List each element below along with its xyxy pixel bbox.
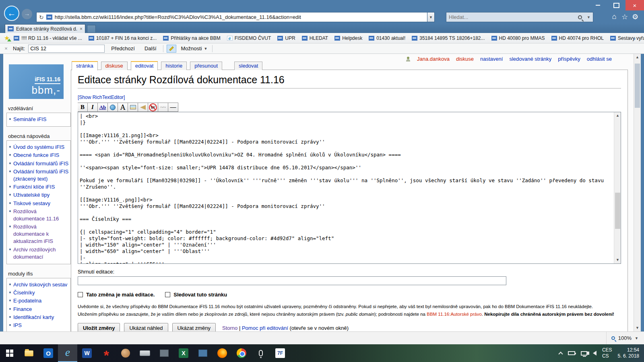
- find-options-button[interactable]: Možnosti ▼: [180, 45, 209, 52]
- blue-app-icon[interactable]: [193, 344, 213, 362]
- bold-icon[interactable]: B: [78, 103, 88, 112]
- zoom-control[interactable]: 100% ▼: [606, 332, 638, 344]
- editing-help-link[interactable]: Pomoc při editování: [242, 325, 288, 331]
- diff-button[interactable]: Ukázat změny: [172, 323, 216, 332]
- scroll-down-icon[interactable]: ▼: [634, 325, 641, 331]
- wikitext-editor[interactable]: | <br> |} [[Image:V1116_21.png]]<br> '''…: [78, 112, 621, 264]
- cancel-link[interactable]: Storno: [222, 325, 237, 331]
- outlook-icon[interactable]: O: [39, 344, 58, 362]
- search-input[interactable]: [449, 14, 578, 20]
- favorite-link[interactable]: HLEDAT: [302, 35, 328, 41]
- wiki-tab[interactable]: diskuse: [101, 62, 128, 70]
- sidebar-item[interactable]: Tiskové sestavy: [9, 200, 69, 207]
- user-menu-link[interactable]: sledované stránky: [509, 56, 551, 62]
- wiki-tab[interactable]: přesunout: [190, 62, 222, 70]
- copyright-link[interactable]: BBM 11.16:Autorské právo: [427, 312, 482, 317]
- file-explorer-icon[interactable]: [19, 344, 39, 362]
- favorite-link[interactable]: !!!! RD 11.16 - vkládat vše ...: [14, 35, 82, 41]
- user-menu-link[interactable]: příspěvky: [558, 56, 580, 62]
- find-next-button[interactable]: Další: [141, 45, 160, 52]
- sidebar-item[interactable]: Archiv tiskových sestav: [9, 281, 69, 288]
- sidebar-item[interactable]: Archiv rozdílových dokumentací: [9, 246, 69, 261]
- show-richtexteditor-link[interactable]: [Show RichTextEditor]: [78, 95, 125, 100]
- external-link-icon[interactable]: [108, 103, 118, 112]
- sidebar-item[interactable]: Uživatelské tipy: [9, 191, 69, 199]
- sidebar-item[interactable]: Rozdílová dokumentace 11.16: [9, 208, 69, 222]
- scroll-up-icon[interactable]: ▲: [634, 54, 641, 61]
- sidebar-item[interactable]: Obecné funkce iFIS: [9, 152, 69, 159]
- address-bar[interactable]: ↻: [36, 12, 427, 22]
- horizontal-line-icon[interactable]: —: [168, 103, 178, 112]
- user-menu-link[interactable]: Jana.dankova: [417, 56, 450, 62]
- sidebar-item[interactable]: Rozdílová dokumentace k aktualizacím iFI…: [9, 223, 69, 245]
- favorite-link[interactable]: Přihlášky na akce BBM: [163, 35, 220, 41]
- scroll-down-icon[interactable]: ▼: [614, 257, 621, 263]
- start-button[interactable]: [0, 344, 19, 362]
- microphone-app-icon[interactable]: [251, 344, 270, 362]
- word-icon[interactable]: W: [77, 344, 97, 362]
- page-scrollbar[interactable]: ▲ ▼: [634, 54, 641, 331]
- scrollbar-thumb[interactable]: [635, 64, 640, 108]
- watch-page-checkbox[interactable]: [165, 292, 170, 297]
- forward-button[interactable]: →: [22, 9, 32, 19]
- tray-expand-icon[interactable]: [558, 352, 563, 356]
- minor-edit-checkbox[interactable]: [78, 292, 83, 297]
- wiki-tab[interactable]: sledovat: [234, 62, 262, 70]
- browser-tab[interactable]: Editace stránky Rozdílová d... ×: [5, 24, 85, 33]
- sidebar-item[interactable]: E-podatelna: [9, 297, 69, 304]
- favorite-link[interactable]: HD 40080 pro MMAS: [491, 35, 545, 41]
- sidebar-item[interactable]: Identifikační karty: [9, 314, 69, 321]
- search-box[interactable]: ▼: [446, 12, 593, 22]
- nowiki-icon[interactable]: W: [148, 103, 158, 112]
- embedded-image-icon[interactable]: [128, 103, 138, 112]
- language-indicator[interactable]: CES CS: [602, 347, 612, 359]
- save-button[interactable]: Uložit změny: [78, 323, 120, 332]
- favorite-link[interactable]: 35184 14895 TS 18206+182...: [412, 35, 485, 41]
- sidebar-item[interactable]: Semináře iFIS: [9, 116, 69, 123]
- find-input[interactable]: [28, 45, 105, 53]
- 7f-app-icon[interactable]: 7F: [270, 344, 290, 362]
- wiki-tab[interactable]: stránka: [72, 61, 98, 70]
- paint-app-icon[interactable]: [116, 344, 135, 362]
- favorite-link[interactable]: FISDEMO ČVUT: [227, 35, 271, 41]
- italic-icon[interactable]: I: [88, 103, 98, 112]
- home-icon[interactable]: ⌂: [609, 12, 619, 21]
- search-dropdown-icon[interactable]: ▼: [587, 15, 590, 19]
- favorite-link[interactable]: 10187 + FIN 16 na konci z...: [89, 35, 157, 41]
- volume-icon[interactable]: [593, 351, 597, 356]
- signature-icon[interactable]: ~~: [158, 103, 168, 112]
- scrollbar-thumb[interactable]: [615, 193, 620, 229]
- media-file-icon[interactable]: [138, 103, 148, 112]
- refresh-icon[interactable]: ↻: [39, 14, 44, 21]
- internet-explorer-icon[interactable]: e: [58, 344, 77, 362]
- headline-icon[interactable]: A: [118, 103, 128, 112]
- find-close-icon[interactable]: ×: [2, 45, 10, 51]
- user-menu-link[interactable]: diskuse: [456, 56, 474, 62]
- url-input[interactable]: [55, 14, 425, 20]
- wiki-logo[interactable]: iFIS 11.16 bbm,-: [9, 64, 64, 99]
- highlight-all-button[interactable]: [167, 45, 176, 53]
- maximize-icon[interactable]: [607, 0, 625, 10]
- sidebar-item[interactable]: Číselníky: [9, 289, 69, 296]
- wiki-tab[interactable]: editovat: [131, 61, 158, 70]
- preview-button[interactable]: Ukázat náhled: [124, 323, 168, 332]
- sidebar-item[interactable]: Ovládání formulářů iFIS (zkrácený text): [9, 168, 69, 183]
- gray-app-icon[interactable]: [155, 344, 174, 362]
- new-tab-button[interactable]: [87, 25, 96, 33]
- favorites-overflow-chevron[interactable]: »: [633, 35, 641, 41]
- address-dropdown-icon[interactable]: ▼: [427, 12, 435, 22]
- close-icon[interactable]: ×: [625, 0, 644, 10]
- sidebar-item[interactable]: Finance: [9, 306, 69, 313]
- search-icon[interactable]: [578, 15, 582, 19]
- keyboard-app-icon[interactable]: [135, 344, 155, 362]
- favorite-link[interactable]: Helpdesk: [334, 35, 362, 41]
- firefox-icon[interactable]: [213, 344, 232, 362]
- add-favorite-star-icon[interactable]: ★: [4, 34, 10, 42]
- favorite-link[interactable]: UPR: [277, 35, 295, 41]
- favorite-link[interactable]: HD 40074 pro RHOL: [551, 35, 604, 41]
- sidebar-item[interactable]: Úvod do systému iFIS: [9, 144, 69, 151]
- scroll-up-icon[interactable]: ▲: [614, 112, 621, 119]
- chrome-icon[interactable]: [232, 344, 251, 362]
- favorite-link[interactable]: 01430 aktual!: [369, 35, 405, 41]
- network-icon[interactable]: [581, 351, 587, 356]
